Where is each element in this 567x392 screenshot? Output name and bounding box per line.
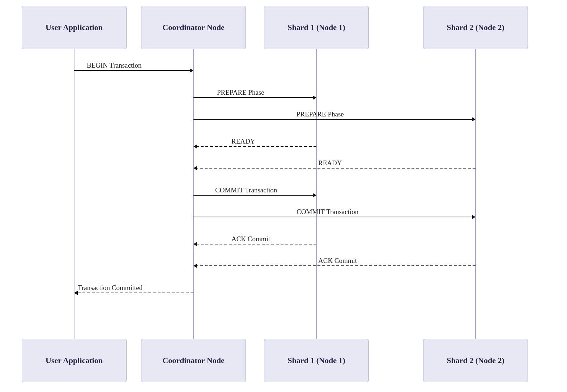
svg-marker-15 [313, 193, 316, 197]
actor-user-app-bottom: User Application [22, 339, 127, 382]
msg-ready2: READY [318, 159, 342, 167]
msg-ready1: READY [231, 137, 255, 145]
svg-marker-23 [74, 291, 78, 295]
actor-shard1-bottom: Shard 1 (Node 1) [264, 339, 369, 382]
svg-marker-17 [472, 215, 476, 219]
msg-ack1: ACK Commit [231, 235, 270, 243]
sequence-diagram-svg [0, 0, 567, 392]
actor-user-app-top: User Application [22, 6, 127, 49]
msg-prepare1: PREPARE Phase [217, 89, 264, 97]
actor-shard2-bottom: Shard 2 (Node 2) [423, 339, 528, 382]
actor-shard2-top: Shard 2 (Node 2) [423, 6, 528, 49]
svg-marker-5 [190, 68, 193, 73]
svg-marker-13 [193, 166, 197, 170]
svg-marker-19 [193, 242, 197, 246]
svg-marker-11 [193, 144, 197, 149]
actor-coordinator-top: Coordinator Node [141, 6, 246, 49]
actor-shard1-top: Shard 1 (Node 1) [264, 6, 369, 49]
actor-coordinator-bottom: Coordinator Node [141, 339, 246, 382]
msg-begin-tx: BEGIN Transaction [87, 61, 141, 69]
msg-commit1: COMMIT Transaction [215, 186, 277, 194]
svg-marker-21 [193, 264, 197, 268]
msg-ack2: ACK Commit [318, 257, 357, 265]
svg-marker-7 [313, 95, 316, 100]
svg-marker-9 [472, 117, 476, 122]
diagram-container: User Application Coordinator Node Shard … [0, 0, 567, 392]
msg-committed: Transaction Committed [78, 284, 142, 292]
msg-commit2: COMMIT Transaction [297, 208, 358, 216]
msg-prepare2: PREPARE Phase [297, 110, 344, 118]
